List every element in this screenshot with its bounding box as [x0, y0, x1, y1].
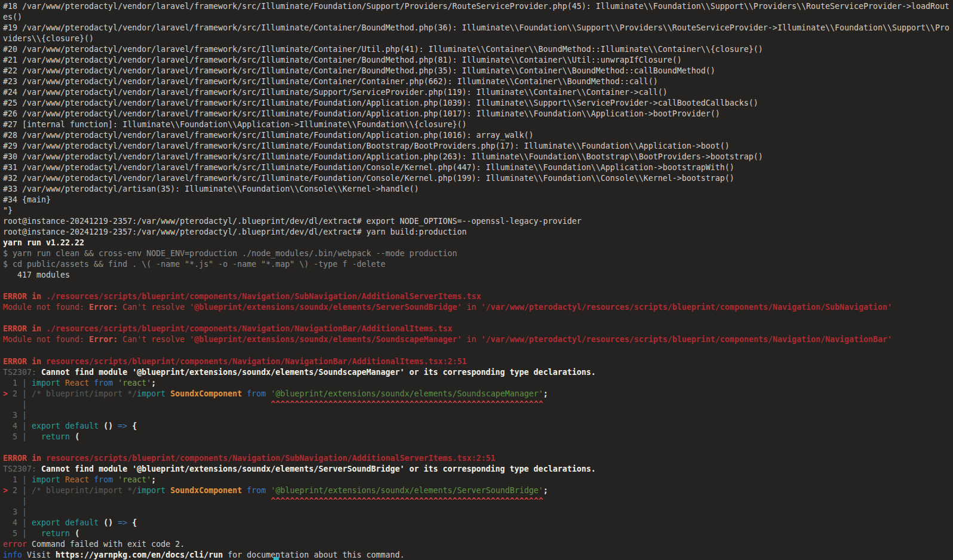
- terminal-row: info Visit https://yarnpkg.com/en/docs/c…: [3, 550, 953, 560]
- terminal-row: #20 /var/www/pterodactyl/vendor/laravel/…: [3, 44, 953, 55]
- terminal-row: [3, 313, 953, 324]
- terminal-row: ERROR in ./resources/scripts/blueprint/c…: [3, 324, 953, 334]
- terminal-row: 5 | return (: [3, 432, 953, 442]
- terminal-row: #33 /var/www/pterodactyl/artisan(35): Il…: [3, 184, 953, 195]
- terminal-row: #23 /var/www/pterodactyl/vendor/laravel/…: [3, 76, 953, 87]
- terminal-row: | ^^^^^^^^^^^^^^^^^^^^^^^^^^^^^^^^^^^^^^…: [3, 496, 953, 507]
- terminal-row: #34 {main}: [3, 195, 953, 205]
- terminal-row: 5 | return (: [3, 528, 953, 539]
- terminal-row: es(): [3, 12, 953, 23]
- terminal-row: 3 |: [3, 410, 953, 421]
- terminal-row: [3, 281, 953, 291]
- terminal-row: | ^^^^^^^^^^^^^^^^^^^^^^^^^^^^^^^^^^^^^^…: [3, 399, 953, 410]
- terminal-row: #26 /var/www/pterodactyl/vendor/laravel/…: [3, 109, 953, 119]
- terminal-row: viders\\{closure}(): [3, 33, 953, 44]
- terminal-row: 3 |: [3, 507, 953, 518]
- terminal-row: root@instance-20241219-2357:/var/www/pte…: [3, 216, 953, 227]
- terminal-row: #31 /var/www/pterodactyl/vendor/laravel/…: [3, 162, 953, 173]
- terminal-row: #22 /var/www/pterodactyl/vendor/laravel/…: [3, 66, 953, 76]
- terminal-row: error Command failed with exit code 2.: [3, 539, 953, 550]
- terminal-row: > 2 | /* blueprint/import */import Sound…: [3, 389, 953, 399]
- terminal-row: #21 /var/www/pterodactyl/vendor/laravel/…: [3, 55, 953, 66]
- terminal-row: ERROR in resources/scripts/blueprint/com…: [3, 453, 953, 464]
- terminal-row: [3, 442, 953, 453]
- terminal-row: [3, 346, 953, 356]
- terminal-output: #18 /var/www/pterodactyl/vendor/laravel/…: [3, 1, 953, 560]
- terminal-row: #25 /var/www/pterodactyl/vendor/laravel/…: [3, 98, 953, 109]
- terminal-cursor: [273, 557, 279, 560]
- terminal-row: #24 /var/www/pterodactyl/vendor/laravel/…: [3, 87, 953, 98]
- terminal-row: 4 | export default () => {: [3, 518, 953, 528]
- terminal-row: Module not found: Error: Can't resolve '…: [3, 302, 953, 313]
- terminal-screen[interactable]: #18 /var/www/pterodactyl/vendor/laravel/…: [0, 0, 953, 560]
- terminal-row: #18 /var/www/pterodactyl/vendor/laravel/…: [3, 1, 953, 12]
- terminal-row: TS2307: Cannot find module '@blueprint/e…: [3, 367, 953, 378]
- terminal-row: "}: [3, 205, 953, 216]
- terminal-row: #28 /var/www/pterodactyl/vendor/laravel/…: [3, 130, 953, 141]
- terminal-row: TS2307: Cannot find module '@blueprint/e…: [3, 464, 953, 475]
- terminal-row: > 2 | /* blueprint/import */import Sound…: [3, 485, 953, 496]
- terminal-row: Module not found: Error: Can't resolve '…: [3, 334, 953, 345]
- terminal-row: 1 | import React from 'react';: [3, 475, 953, 485]
- terminal-row: yarn run v1.22.22: [3, 238, 953, 248]
- terminal-row: 4 | export default () => {: [3, 421, 953, 432]
- terminal-row: ERROR in ./resources/scripts/blueprint/c…: [3, 291, 953, 302]
- terminal-row: #30 /var/www/pterodactyl/vendor/laravel/…: [3, 152, 953, 162]
- terminal-row: #32 /var/www/pterodactyl/vendor/laravel/…: [3, 173, 953, 184]
- terminal-row: #29 /var/www/pterodactyl/vendor/laravel/…: [3, 141, 953, 152]
- terminal-row: ERROR in resources/scripts/blueprint/com…: [3, 356, 953, 367]
- terminal-row: #19 /var/www/pterodactyl/vendor/laravel/…: [3, 23, 953, 33]
- terminal-row: 1 | import React from 'react';: [3, 378, 953, 389]
- terminal-row: root@instance-20241219-2357:/var/www/pte…: [3, 227, 953, 238]
- terminal-row: $ cd public/assets && find . \( -name "*…: [3, 259, 953, 270]
- terminal-row: #27 [internal function]: Illuminate\\Fou…: [3, 119, 953, 130]
- terminal-row: $ yarn run clean && cross-env NODE_ENV=p…: [3, 248, 953, 259]
- terminal-row: 417 modules: [3, 270, 953, 281]
